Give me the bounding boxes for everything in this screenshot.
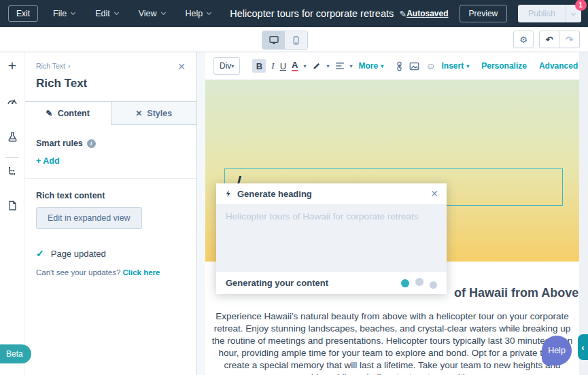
info-icon[interactable]: i xyxy=(87,139,96,148)
highlight-pen-button[interactable] xyxy=(312,61,322,71)
editor-history-controls: ⚙ ↶ ↷ xyxy=(513,31,580,48)
personalize-button[interactable]: Personalize xyxy=(481,61,527,71)
add-module-button[interactable]: + xyxy=(5,59,19,73)
close-panel-icon[interactable]: ✕ xyxy=(177,62,186,71)
desktop-icon xyxy=(269,35,279,46)
rich-text-toolbar: Div▾ B I U A ▾ ▾ ▾ More▾ xyxy=(205,52,579,80)
edit-expanded-view-button[interactable]: Edit in expanded view xyxy=(36,207,142,229)
pen-icon xyxy=(312,61,322,71)
block-format-select[interactable]: Div▾ xyxy=(213,57,240,75)
flask-icon xyxy=(7,131,18,143)
insert-label: Insert xyxy=(442,61,464,71)
image-button[interactable] xyxy=(409,62,419,71)
font-color-button[interactable]: A xyxy=(292,60,298,71)
desktop-view-button[interactable] xyxy=(262,31,285,49)
mobile-view-button[interactable] xyxy=(285,31,307,49)
lightning-bolt-icon xyxy=(224,189,232,198)
menu-file[interactable]: File xyxy=(53,9,75,18)
emoji-button[interactable]: ☺ xyxy=(426,60,435,71)
insert-menu-button[interactable]: Insert▾ xyxy=(442,61,470,71)
view-options-bar: ⚙ ↶ ↷ xyxy=(0,27,588,52)
settings-button[interactable]: ⚙ xyxy=(513,31,534,48)
redo-button[interactable]: ↷ xyxy=(559,31,580,48)
caret-down-icon[interactable]: ▾ xyxy=(303,63,306,69)
edit-title-pencil-icon[interactable]: ✎ xyxy=(399,9,407,19)
advanced-menu-button[interactable]: Advanced▾ xyxy=(539,61,579,71)
publish-button[interactable]: Publish xyxy=(518,5,566,22)
gauge-icon xyxy=(6,95,18,107)
align-icon xyxy=(335,62,345,70)
more-label: More xyxy=(359,61,379,71)
menu-view[interactable]: View xyxy=(139,9,165,18)
beta-badge[interactable]: Beta xyxy=(0,344,31,363)
device-toggle-group xyxy=(262,31,308,50)
plus-icon: + xyxy=(8,58,16,74)
updates-question-text: Can't see your updates? xyxy=(36,268,120,276)
caret-down-icon: ▾ xyxy=(231,63,234,69)
block-format-value: Div xyxy=(220,61,231,71)
test-button[interactable] xyxy=(5,130,19,143)
click-here-link[interactable]: Click here xyxy=(123,268,160,276)
page-canvas: Div▾ B I U A ▾ ▾ ▾ More▾ xyxy=(205,52,579,375)
loading-dot xyxy=(415,278,423,286)
tab-content[interactable]: ✎Content xyxy=(25,102,111,125)
link-button[interactable] xyxy=(396,61,403,71)
contents-tree-button[interactable] xyxy=(5,164,19,178)
menu-edit-label: Edit xyxy=(95,9,110,18)
help-button[interactable]: Help xyxy=(542,336,572,365)
loading-dot xyxy=(401,279,409,287)
modal-header: Generate heading ✕ xyxy=(216,183,447,204)
redo-icon: ↷ xyxy=(566,35,573,45)
smart-rules-text: Smart rules xyxy=(36,139,83,148)
more-menu-button[interactable]: More▾ xyxy=(359,61,384,71)
page-icon xyxy=(7,200,18,211)
tab-styles[interactable]: ✕Styles xyxy=(111,102,197,125)
close-modal-icon[interactable]: ✕ xyxy=(430,188,438,199)
underline-button[interactable]: U xyxy=(280,61,286,71)
status-text: Page updated xyxy=(51,249,106,259)
link-icon xyxy=(396,61,403,71)
caret-down-icon[interactable]: ▾ xyxy=(327,63,330,69)
format-group: B I U A ▾ ▾ ▾ xyxy=(252,59,352,73)
collapse-panel-tab[interactable]: ‹ xyxy=(578,334,588,360)
smart-rules-label: Smart rulesi xyxy=(36,139,186,148)
styles-icon: ✕ xyxy=(135,109,142,118)
menu-file-label: File xyxy=(53,9,67,18)
breadcrumb[interactable]: Rich Text› xyxy=(36,62,71,70)
exit-button[interactable]: Exit xyxy=(8,5,38,22)
page-editor-app: Exit File Edit View Help Helicopter tour… xyxy=(0,0,588,375)
gear-icon: ⚙ xyxy=(519,35,528,45)
module-panel: Rich Text› ✕ Rich Text ✎Content ✕Styles … xyxy=(24,52,197,375)
generating-status-text: Generating your content xyxy=(226,278,328,288)
chevron-left-icon: ‹ xyxy=(581,342,584,353)
italic-button[interactable]: I xyxy=(271,60,274,71)
undo-button[interactable]: ↶ xyxy=(539,31,559,48)
page-heading[interactable]: of Hawaii from Above xyxy=(454,286,578,300)
panel-tabs: ✎Content ✕Styles xyxy=(25,101,196,125)
updates-hint: Can't see your updates? Click here xyxy=(36,268,186,276)
check-icon: ✓ xyxy=(36,248,44,259)
tab-styles-label: Styles xyxy=(147,109,172,118)
menu-help[interactable]: Help xyxy=(186,9,211,18)
pencil-icon: ✎ xyxy=(46,109,53,118)
menu-bar: File Edit View Help xyxy=(53,9,211,18)
page-settings-button[interactable] xyxy=(5,198,19,212)
add-smart-rule-link[interactable]: + Add xyxy=(36,156,186,166)
right-gutter xyxy=(579,52,588,375)
bold-button[interactable]: B xyxy=(252,59,266,73)
prompt-input-area[interactable]: Helicopter tours of Hawaii for corporate… xyxy=(216,204,447,272)
page-paragraph[interactable]: Experience Hawaii's natural beauty from … xyxy=(209,310,575,375)
preview-button[interactable]: Preview xyxy=(460,5,508,22)
menu-edit[interactable]: Edit xyxy=(95,9,118,18)
panel-divider xyxy=(25,178,196,179)
tree-icon xyxy=(7,166,18,177)
page-title: Helicopter tours for corporate retreats✎ xyxy=(230,8,407,19)
optimize-button[interactable] xyxy=(5,94,19,108)
caret-down-icon[interactable]: ▾ xyxy=(350,63,353,69)
align-button[interactable] xyxy=(335,62,345,70)
notification-badge[interactable]: 1 xyxy=(575,0,587,11)
rail-divider xyxy=(5,157,19,158)
undo-redo-group: ↶ ↷ xyxy=(539,31,580,48)
left-icon-rail: + xyxy=(0,52,24,375)
autosaved-link[interactable]: Autosaved xyxy=(407,9,448,18)
